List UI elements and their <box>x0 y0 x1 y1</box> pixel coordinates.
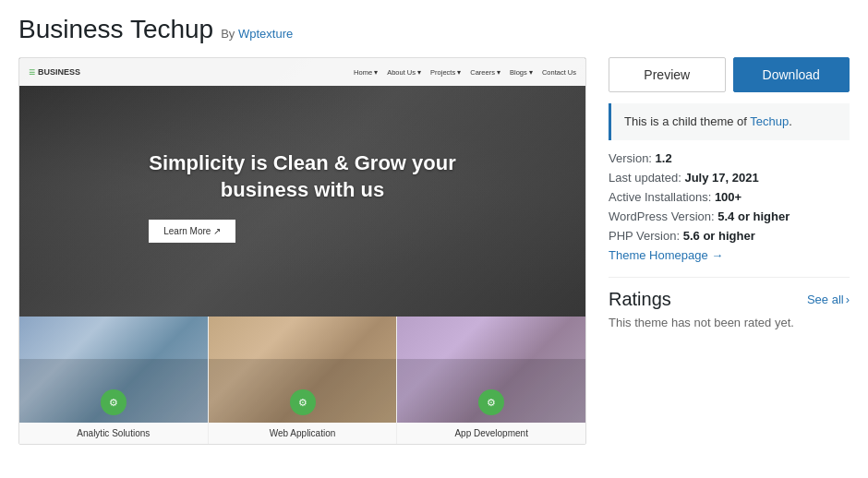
thumbnail-item-3: ⚙ App Development <box>397 317 585 444</box>
theme-by-text: By Wptexture <box>221 27 293 41</box>
thumbnail-label-1: Analytic Solutions <box>73 423 153 444</box>
sidebar-actions: Preview Download <box>609 57 850 92</box>
techup-link[interactable]: Techup <box>750 114 789 128</box>
see-all-link[interactable]: See all › <box>807 293 850 306</box>
main-content: ≡ BUSINESS Home ▾ About Us ▾ Projects ▾ … <box>18 57 850 445</box>
nav-link-projects: Projects ▾ <box>430 68 461 77</box>
thumbnail-item-1: ⚙ Analytic Solutions <box>19 317 209 444</box>
child-theme-notice: This is a child theme of Techup. <box>609 103 850 140</box>
theme-meta: Version: 1.2 Last updated: July 17, 2021… <box>609 151 850 262</box>
nav-logo-text: BUSINESS <box>38 67 80 77</box>
thumb-badge-3: ⚙ <box>478 389 504 415</box>
meta-wp-version: WordPress Version: 5.4 or higher <box>609 209 850 223</box>
theme-preview-area: ≡ BUSINESS Home ▾ About Us ▾ Projects ▾ … <box>18 57 586 445</box>
ratings-empty-text: This theme has not been rated yet. <box>609 316 850 329</box>
theme-sidebar: Preview Download This is a child theme o… <box>609 57 850 329</box>
thumb-badge-1: ⚙ <box>101 389 127 415</box>
preview-nav: ≡ BUSINESS Home ▾ About Us ▾ Projects ▾ … <box>19 58 585 86</box>
ratings-section: Ratings See all › This theme has not bee… <box>609 277 850 329</box>
meta-php-version: PHP Version: 5.6 or higher <box>609 229 850 243</box>
thumbnail-label-3: App Development <box>451 423 532 444</box>
theme-homepage-link[interactable]: Theme Homepage → <box>609 248 850 262</box>
nav-link-contact: Contact Us <box>542 68 576 77</box>
thumbnail-label-2: Web Application <box>266 423 340 444</box>
chevron-right-icon: › <box>846 293 850 306</box>
thumbnail-image-1: ⚙ <box>19 317 208 423</box>
child-theme-text-before: This is a child theme of <box>624 114 750 128</box>
ratings-header: Ratings See all › <box>609 289 850 310</box>
preview-hero-text: Simplicity is Clean & Grow your business… <box>149 150 456 243</box>
nav-logo: ≡ BUSINESS <box>29 66 80 78</box>
child-theme-text-after: . <box>789 114 792 128</box>
thumbnail-item-2: ⚙ Web Application <box>209 317 398 444</box>
download-button[interactable]: Download <box>733 57 850 92</box>
hero-learn-more-button[interactable]: Learn More ↗ <box>149 220 235 243</box>
nav-link-careers: Careers ▾ <box>470 68 500 77</box>
nav-links: Home ▾ About Us ▾ Projects ▾ Careers ▾ B… <box>354 68 576 77</box>
theme-header: Business Techup By Wptexture <box>18 15 850 44</box>
meta-version: Version: 1.2 <box>609 151 850 165</box>
author-link[interactable]: Wptexture <box>238 27 293 41</box>
meta-updated: Last updated: July 17, 2021 <box>609 171 850 185</box>
preview-button[interactable]: Preview <box>609 57 726 92</box>
ratings-title: Ratings <box>609 289 671 310</box>
nav-link-home: Home ▾ <box>354 68 378 77</box>
nav-logo-icon: ≡ <box>29 66 35 78</box>
nav-link-about: About Us ▾ <box>387 68 421 77</box>
nav-link-blogs: Blogs ▾ <box>510 68 533 77</box>
page-wrapper: Business Techup By Wptexture ≡ BUSINESS … <box>0 0 868 460</box>
thumb-badge-2: ⚙ <box>290 389 316 415</box>
thumbnail-image-2: ⚙ <box>209 317 397 423</box>
thumbnail-image-3: ⚙ <box>397 317 585 423</box>
meta-installs: Active Installations: 100+ <box>609 190 850 204</box>
theme-title: Business Techup <box>18 15 213 44</box>
preview-thumbnails: ⚙ Analytic Solutions ⚙ Web Application ⚙… <box>19 317 585 444</box>
hero-heading: Simplicity is Clean & Grow your business… <box>149 150 456 203</box>
preview-hero: ≡ BUSINESS Home ▾ About Us ▾ Projects ▾ … <box>19 58 585 317</box>
